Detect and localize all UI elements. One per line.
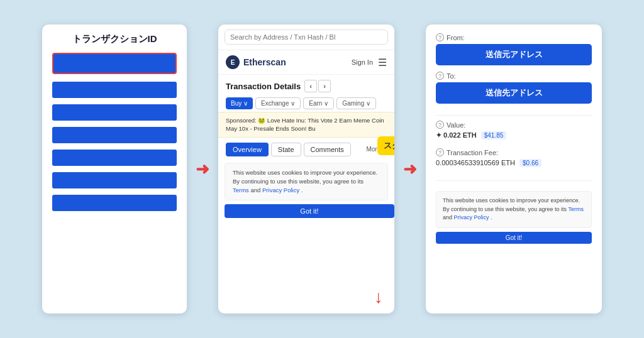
nav-bar: E Etherscan Sign In ☰ [218, 50, 394, 75]
down-arrow-icon: ↓ [374, 287, 383, 307]
eth-usd-badge: $41.85 [481, 131, 507, 139]
tab-state[interactable]: State [271, 143, 301, 156]
cookie-notice-middle: This website uses cookies to improve you… [225, 163, 388, 201]
from-address-button[interactable]: 送信元アドレス [436, 44, 592, 65]
tag-buy[interactable]: Buy ∨ [226, 97, 253, 109]
cookie-privacy-middle[interactable]: Privacy Policy [262, 187, 299, 194]
cookie-privacy-right[interactable]: Privacy Policy [454, 214, 489, 221]
tx-details-header: Transaction Details ‹ › [218, 75, 394, 95]
next-tx-button[interactable]: › [318, 80, 331, 92]
cookie-text-right: This website uses cookies to improve you… [443, 197, 580, 212]
from-help-icon: ? [436, 33, 444, 41]
arrow-left-icon: ➜ [196, 161, 209, 177]
blue-bar-3 [52, 127, 177, 143]
value-label-text: Value: [447, 121, 465, 129]
left-panel: トランザクションID [42, 25, 187, 313]
value-row: ✦ 0.022 ETH $41.85 [436, 131, 592, 139]
blue-bar-6 [52, 195, 177, 211]
scroll-badge: スクロール [377, 136, 394, 155]
blue-bar-1 [52, 82, 177, 98]
tx-details-title: Transaction Details [226, 82, 301, 91]
sponsored-text: Sponsored: 🐸 Love Hate Inu: This Vote 2 … [226, 117, 384, 132]
divider-2 [436, 180, 592, 181]
cookie-and-middle: and [251, 187, 263, 194]
blue-bar-2 [52, 104, 177, 121]
fee-row: 0.000346533910569 ETH $0.66 [436, 159, 592, 166]
got-it-button-middle[interactable]: Got it! [225, 204, 394, 218]
tab-overview[interactable]: Overview [226, 143, 269, 156]
sign-in-link[interactable]: Sign In [352, 58, 373, 66]
tag-exchange[interactable]: Exchange ∨ [255, 97, 301, 109]
value-help-icon: ? [436, 121, 444, 129]
right-panel: ? From: 送信元アドレス ? To: 送信先アドレス ? Value: ✦… [426, 25, 602, 313]
to-help-icon: ? [436, 72, 444, 80]
prev-tx-button[interactable]: ‹ [304, 80, 317, 92]
tab-comments[interactable]: Comments [304, 143, 351, 156]
search-input[interactable] [225, 30, 388, 45]
sponsored-bar: Sponsored: 🐸 Love Hate Inu: This Vote 2 … [218, 112, 394, 138]
to-field: ? To: 送信先アドレス [436, 72, 592, 104]
nav-right: Sign In ☰ [352, 57, 387, 68]
fee-label-text: Transaction Fee: [447, 149, 498, 156]
etherscan-brand-name: Etherscan [243, 57, 286, 67]
value-label: ? Value: [436, 121, 592, 129]
from-field: ? From: 送信元アドレス [436, 33, 592, 65]
nav-arrows: ‹ › [304, 80, 331, 92]
fee-label: ? Transaction Fee: [436, 148, 592, 156]
from-label-text: From: [447, 34, 465, 41]
blue-bar-5 [52, 172, 177, 188]
to-address-button[interactable]: 送信先アドレス [436, 82, 592, 104]
cookie-and-right: and [443, 214, 454, 221]
cookie-dot-right: . [491, 214, 492, 221]
from-label: ? From: [436, 33, 592, 41]
cookie-terms-middle[interactable]: Terms [233, 187, 249, 194]
arrow-right-icon: ➜ [403, 161, 417, 177]
eth-value: ✦ 0.022 ETH [436, 131, 477, 139]
left-panel-title: トランザクションID [52, 33, 177, 45]
tag-gaming[interactable]: Gaming ∨ [336, 97, 376, 109]
got-it-button-right[interactable]: Got it! [436, 232, 592, 244]
tag-earn[interactable]: Earn ∨ [303, 97, 334, 109]
cookie-notice-right: This website uses cookies to improve you… [436, 191, 592, 228]
middle-panel: E Etherscan Sign In ☰ Transaction Detail… [218, 25, 394, 313]
fee-usd-badge: $0.66 [519, 159, 541, 167]
tabs-row: Overview State Comments More ∨ [218, 138, 394, 159]
etherscan-logo: E Etherscan [226, 55, 286, 69]
search-bar [218, 25, 394, 50]
value-field: ? Value: ✦ 0.022 ETH $41.85 [436, 121, 592, 142]
txid-input[interactable] [52, 53, 177, 74]
cookie-terms-right[interactable]: Terms [568, 206, 584, 212]
cookie-dot-middle: . [301, 187, 303, 194]
tag-row: Buy ∨ Exchange ∨ Earn ∨ Gaming ∨ [218, 95, 394, 112]
hamburger-icon[interactable]: ☰ [378, 57, 387, 68]
fee-help-icon: ? [436, 148, 444, 156]
to-label: ? To: [436, 72, 592, 80]
blue-bar-4 [52, 150, 177, 166]
divider-1 [436, 115, 592, 116]
etherscan-logo-icon: E [226, 55, 240, 69]
fee-value: 0.000346533910569 ETH [436, 159, 515, 166]
to-label-text: To: [447, 72, 456, 80]
fee-field: ? Transaction Fee: 0.000346533910569 ETH… [436, 148, 592, 169]
cookie-text-middle: This website uses cookies to improve you… [233, 169, 377, 185]
